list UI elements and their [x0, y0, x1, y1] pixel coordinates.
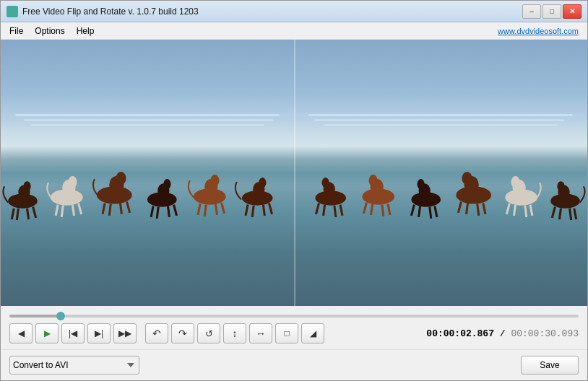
- menu-options[interactable]: Options: [29, 25, 70, 38]
- crop-button[interactable]: □: [275, 323, 298, 343]
- window-title: Free Video Flip and Rotate v. 1.0.7 buil…: [22, 6, 522, 17]
- svg-line-10: [56, 204, 58, 215]
- svg-line-19: [120, 203, 121, 214]
- rotate-cw-button[interactable]: ↷: [171, 323, 194, 343]
- svg-line-75: [371, 203, 373, 214]
- svg-line-76: [363, 202, 366, 213]
- horses-svg-right: [294, 120, 587, 253]
- website-link[interactable]: www.dvdvideosoft.com: [498, 27, 584, 35]
- settings-button[interactable]: ◢: [301, 323, 324, 343]
- app-icon: [7, 6, 18, 17]
- controls-area: ◀ ▶ |◀ ▶| ▶▶ ↶ ↷ ↺ ↕ ↔ □ ◢ 00:00:02.867 …: [1, 306, 587, 349]
- convert-format-select[interactable]: Convert to AVI Convert to MP4 Convert to…: [9, 356, 139, 375]
- svg-point-44: [557, 181, 564, 191]
- svg-line-20: [127, 201, 130, 212]
- svg-line-53: [525, 205, 527, 216]
- seek-thumb[interactable]: [56, 312, 65, 320]
- title-bar: Free Video Flip and Rotate v. 1.0.7 buil…: [1, 1, 587, 22]
- svg-line-62: [458, 201, 461, 212]
- svg-line-68: [419, 206, 420, 216]
- svg-line-33: [215, 203, 217, 214]
- svg-line-41: [269, 203, 272, 214]
- current-time: 00:00:02.867: [426, 328, 494, 339]
- svg-line-17: [103, 203, 105, 214]
- svg-line-27: [174, 204, 177, 215]
- forward-button[interactable]: ▶▶: [113, 323, 137, 343]
- svg-line-6: [33, 206, 36, 217]
- svg-line-69: [411, 204, 414, 215]
- svg-point-65: [418, 179, 425, 189]
- menu-file[interactable]: File: [4, 25, 29, 38]
- svg-line-59: [483, 203, 485, 214]
- flip-vertical-button[interactable]: ↕: [223, 323, 246, 343]
- svg-line-61: [467, 203, 468, 214]
- rewind-button[interactable]: ◀: [9, 323, 33, 343]
- svg-point-58: [462, 172, 472, 185]
- seek-bar-container: [9, 312, 579, 323]
- seek-progress: [9, 315, 61, 318]
- svg-point-72: [369, 175, 378, 186]
- window-controls: – □ ✕: [522, 4, 581, 19]
- svg-line-39: [252, 205, 254, 216]
- time-display: 00:00:02.867 / 00:00:30.093: [426, 328, 579, 339]
- svg-line-32: [204, 204, 206, 216]
- svg-line-18: [109, 203, 111, 215]
- svg-line-47: [559, 208, 561, 219]
- svg-line-48: [552, 206, 555, 217]
- svg-line-81: [334, 205, 336, 216]
- video-preview: [1, 40, 587, 306]
- menu-help[interactable]: Help: [71, 25, 100, 38]
- video-right-half: [294, 40, 587, 306]
- svg-line-40: [263, 204, 264, 215]
- svg-line-12: [72, 204, 74, 215]
- svg-line-52: [530, 204, 532, 215]
- svg-line-67: [430, 206, 431, 218]
- svg-line-55: [506, 203, 509, 214]
- svg-point-37: [259, 178, 266, 188]
- video-left-half: [1, 40, 294, 306]
- transform-buttons: ↶ ↷ ↺ ↕ ↔ □ ◢: [145, 323, 324, 343]
- svg-point-2: [23, 181, 30, 191]
- transport-controls: ◀ ▶ |◀ ▶| ▶▶ ↶ ↷ ↺ ↕ ↔ □ ◢ 00:00:02.867 …: [9, 323, 579, 343]
- seek-bar[interactable]: [9, 315, 579, 318]
- bottom-bar: Convert to AVI Convert to MP4 Convert to…: [1, 349, 587, 380]
- time-separator: /: [500, 328, 511, 339]
- svg-line-80: [340, 204, 342, 215]
- rotate-ccw-button[interactable]: ↶: [145, 323, 168, 343]
- svg-line-54: [514, 204, 516, 215]
- step-forward-button[interactable]: ▶|: [87, 323, 111, 343]
- svg-line-82: [324, 204, 325, 215]
- svg-point-23: [163, 179, 170, 189]
- svg-line-83: [316, 203, 319, 214]
- svg-line-46: [570, 208, 571, 219]
- maximize-button[interactable]: □: [542, 4, 561, 19]
- play-button[interactable]: ▶: [35, 323, 59, 343]
- svg-point-79: [322, 178, 329, 188]
- close-button[interactable]: ✕: [563, 4, 581, 19]
- svg-line-74: [382, 204, 384, 216]
- flip-horizontal-button[interactable]: ↔: [249, 323, 272, 343]
- total-time: 00:00:30.093: [511, 328, 579, 339]
- svg-line-60: [477, 203, 479, 215]
- svg-point-30: [210, 175, 219, 186]
- center-divider: [294, 40, 295, 306]
- minimize-button[interactable]: –: [522, 4, 541, 19]
- svg-line-24: [151, 206, 153, 216]
- svg-line-3: [12, 208, 14, 219]
- svg-line-4: [17, 208, 18, 219]
- svg-point-9: [68, 176, 77, 188]
- video-frame: [1, 40, 587, 306]
- save-button[interactable]: Save: [521, 356, 579, 375]
- svg-line-66: [435, 206, 437, 216]
- menu-bar: File Options Help www.dvdvideosoft.com: [1, 22, 587, 40]
- horses-svg-left: [1, 120, 294, 253]
- svg-line-73: [388, 203, 390, 214]
- rotate-180-button[interactable]: ↺: [197, 323, 220, 343]
- svg-line-13: [79, 203, 82, 214]
- svg-line-5: [27, 208, 29, 219]
- svg-line-31: [198, 203, 200, 214]
- svg-line-25: [157, 206, 158, 218]
- svg-line-11: [61, 205, 63, 216]
- svg-line-26: [168, 206, 169, 216]
- step-back-button[interactable]: |◀: [61, 323, 85, 343]
